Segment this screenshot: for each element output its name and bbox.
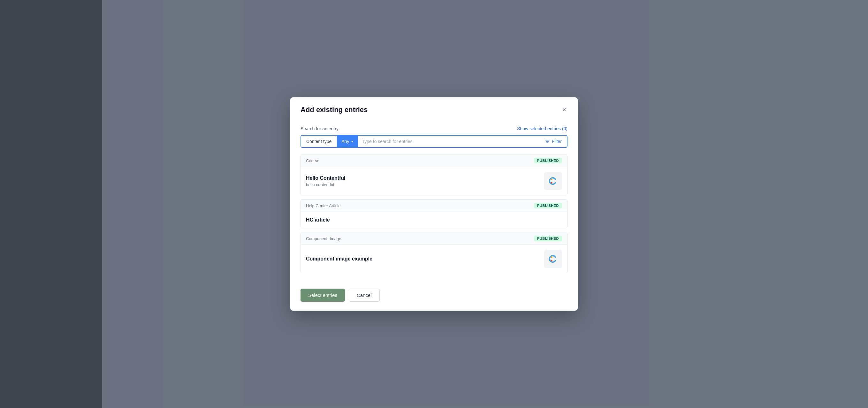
published-badge-component-image: PUBLISHED — [534, 236, 562, 241]
modal-title: Add existing entries — [301, 106, 368, 114]
entry-card-hca[interactable]: Help Center Article PUBLISHED HC article — [301, 199, 567, 228]
entry-card-component-image[interactable]: Component: Image PUBLISHED Component ima… — [301, 232, 567, 273]
published-badge-course: PUBLISHED — [534, 158, 562, 163]
entry-type-component-image: Component: Image — [306, 236, 341, 241]
entry-type-course: Course — [306, 158, 319, 163]
published-badge-hca: PUBLISHED — [534, 203, 562, 209]
svg-point-4 — [551, 179, 553, 180]
close-button[interactable]: × — [561, 105, 567, 115]
entry-type-hca: Help Center Article — [306, 203, 340, 208]
entry-info-hca: HC article — [306, 217, 330, 223]
modal-footer: Select entries Cancel — [290, 282, 578, 311]
filter-icon — [545, 139, 550, 144]
entry-card-body-course: Hello Contentful hello-contentful — [301, 167, 567, 195]
filter-button[interactable]: Filter — [540, 136, 567, 147]
entry-title-hca: HC article — [306, 217, 330, 223]
entries-list: Course PUBLISHED Hello Contentful hello-… — [301, 154, 567, 273]
search-input[interactable] — [358, 136, 540, 147]
modal-overlay: Add existing entries × Search for an ent… — [0, 0, 868, 408]
entry-slug-course: hello-contentful — [306, 182, 345, 187]
entry-thumbnail-course — [544, 172, 562, 190]
search-bar: Content type Any ▾ Filter — [301, 135, 567, 148]
entry-card-header-hca: Help Center Article PUBLISHED — [301, 199, 567, 212]
modal-body: Search for an entry: Show selected entri… — [290, 121, 578, 282]
cancel-button[interactable]: Cancel — [349, 289, 380, 302]
svg-point-7 — [551, 256, 553, 258]
entry-card-header-course: Course PUBLISHED — [301, 155, 567, 167]
search-label: Search for an entry: — [301, 126, 340, 131]
entry-card-body-component-image: Component image example — [301, 245, 567, 273]
modal-header: Add existing entries × — [290, 97, 578, 121]
svg-point-5 — [551, 182, 553, 184]
entry-card-body-hca: HC article — [301, 212, 567, 228]
contentful-logo-component-image — [547, 253, 559, 265]
chevron-down-icon: ▾ — [351, 139, 353, 144]
entry-card-header-component-image: Component: Image PUBLISHED — [301, 232, 567, 245]
content-type-label: Content type — [301, 136, 337, 147]
filter-label: Filter — [552, 139, 562, 144]
entry-info-course: Hello Contentful hello-contentful — [306, 175, 345, 187]
entry-title-component-image: Component image example — [306, 256, 372, 262]
close-icon: × — [562, 106, 566, 113]
select-entries-button[interactable]: Select entries — [301, 289, 345, 302]
contentful-logo-course — [547, 175, 559, 187]
svg-point-8 — [551, 260, 553, 261]
entry-card-course[interactable]: Course PUBLISHED Hello Contentful hello-… — [301, 154, 567, 195]
add-entries-modal: Add existing entries × Search for an ent… — [290, 97, 578, 311]
any-label: Any — [341, 139, 349, 144]
entry-title-course: Hello Contentful — [306, 175, 345, 181]
show-selected-link[interactable]: Show selected entries (0) — [517, 126, 567, 131]
entry-info-component-image: Component image example — [306, 256, 372, 262]
search-row-top: Search for an entry: Show selected entri… — [301, 126, 567, 131]
any-dropdown-button[interactable]: Any ▾ — [337, 136, 358, 147]
entry-thumbnail-component-image — [544, 250, 562, 268]
